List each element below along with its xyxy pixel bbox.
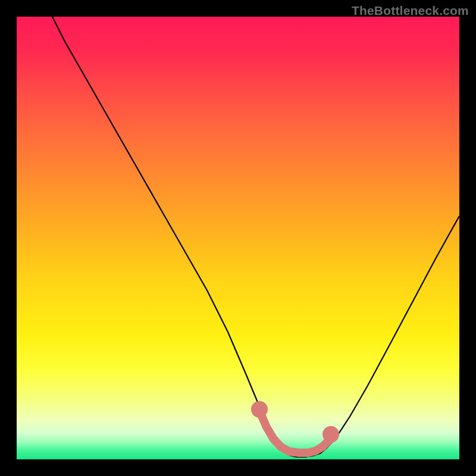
- plot-area: [17, 17, 459, 459]
- highlight-band: [255, 405, 335, 453]
- svg-point-1: [255, 405, 264, 414]
- attribution-label: TheBottleneck.com: [352, 4, 469, 18]
- curve-layer: [17, 17, 459, 459]
- svg-point-0: [327, 430, 335, 439]
- bottleneck-curve: [49, 17, 459, 457]
